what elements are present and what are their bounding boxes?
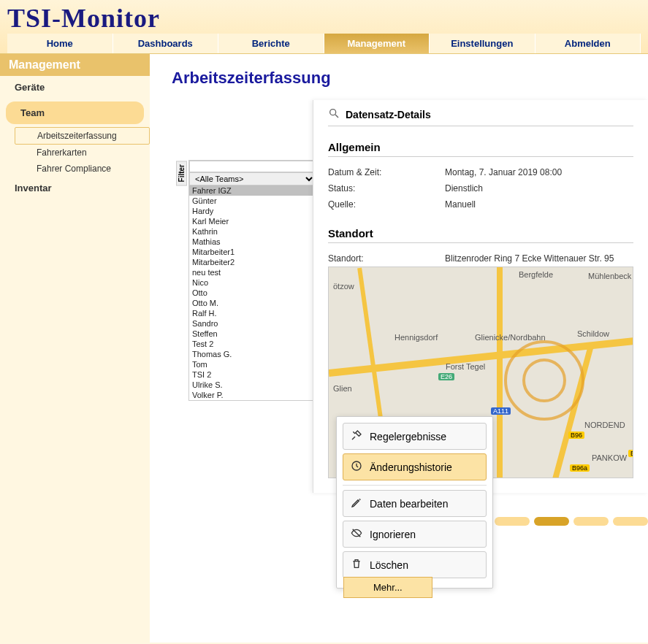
person-item[interactable]: Otto bbox=[189, 288, 316, 298]
map-place: Schildow bbox=[577, 329, 609, 338]
map-place: ötzow bbox=[333, 282, 354, 291]
sidebar-item-inventar[interactable]: Inventar bbox=[0, 177, 150, 199]
action-bearbeiten[interactable]: Daten bearbeiten bbox=[343, 490, 487, 517]
value-datetime: Montag, 7. Januar 2019 08:00 bbox=[445, 167, 562, 177]
person-item[interactable]: Fahrer IGZ bbox=[189, 185, 316, 196]
mehr-button[interactable]: Mehr... bbox=[343, 577, 432, 598]
section-general: Allgemein bbox=[328, 141, 633, 157]
value-status: Dienstlich bbox=[445, 183, 483, 193]
map-badge: B96a bbox=[570, 464, 590, 472]
person-item[interactable]: Günter bbox=[189, 196, 316, 206]
sidebar-item-team[interactable]: Team bbox=[6, 101, 144, 124]
action-label: Regelergebnisse bbox=[370, 431, 446, 442]
sidebar-sub-arbeitszeit[interactable]: Arbeitszeiterfassung bbox=[15, 127, 150, 145]
nav-dashboards[interactable]: Dashboards bbox=[113, 34, 219, 53]
person-item[interactable]: Volker P. bbox=[189, 390, 316, 400]
map-place: Mühlenbeck bbox=[588, 272, 631, 280]
magnifier-icon bbox=[328, 107, 340, 121]
map-place: Hennigsdorf bbox=[394, 333, 438, 342]
person-item[interactable]: Mitarbeiter1 bbox=[189, 247, 316, 257]
map-place: Glien bbox=[333, 384, 352, 393]
pill[interactable] bbox=[613, 517, 648, 526]
map-place: Forst Tegel bbox=[446, 362, 485, 371]
action-label: Änderungshistorie bbox=[370, 461, 452, 473]
sidebar-sub-fahrerkarten[interactable]: Fahrerkarten bbox=[15, 145, 150, 161]
value-source: Manuell bbox=[445, 199, 476, 210]
nav-management[interactable]: Management bbox=[324, 34, 430, 53]
sidebar: Management Geräte Team Arbeitszeiterfass… bbox=[0, 54, 150, 643]
details-header-text: Datensatz-Details bbox=[346, 109, 431, 120]
person-item[interactable]: Steffen bbox=[189, 329, 316, 339]
filter-tab[interactable]: Filter bbox=[176, 161, 187, 185]
person-item[interactable]: Kathrin bbox=[189, 226, 316, 237]
person-item[interactable]: Mitarbeiter2 bbox=[189, 257, 316, 267]
nav-berichte[interactable]: Berichte bbox=[218, 34, 324, 53]
eye-off-icon bbox=[351, 527, 362, 541]
action-historie[interactable]: Änderungshistorie bbox=[343, 453, 487, 480]
timeline-pills bbox=[495, 517, 648, 526]
map-place: Glienicke/Nordbahn bbox=[475, 333, 546, 342]
person-item[interactable]: Nico bbox=[189, 277, 316, 288]
map-badge: B10 bbox=[628, 450, 633, 457]
action-loeschen[interactable]: Löschen bbox=[343, 551, 487, 578]
sidebar-title: Management bbox=[0, 54, 150, 76]
action-regelergebnisse[interactable]: Regelergebnisse bbox=[343, 423, 487, 450]
filter-search-input[interactable] bbox=[189, 161, 316, 172]
map-badge: B96 bbox=[568, 432, 584, 439]
label-location: Standort: bbox=[328, 253, 445, 264]
person-item[interactable]: Karl Meier bbox=[189, 216, 316, 226]
label-datetime: Datum & Zeit: bbox=[328, 167, 445, 177]
action-label: Löschen bbox=[370, 559, 408, 571]
action-label: Ignorieren bbox=[370, 529, 416, 540]
person-list: Fahrer IGZGünterHardyKarl MeierKathrinMa… bbox=[189, 185, 316, 400]
app-logo: TSI-Monitor bbox=[7, 3, 641, 34]
map-badge: A111 bbox=[491, 407, 511, 415]
person-item[interactable]: Thomas G. bbox=[189, 349, 316, 359]
label-source: Quelle: bbox=[328, 199, 445, 210]
sidebar-item-geraete[interactable]: Geräte bbox=[0, 76, 150, 99]
action-ignorieren[interactable]: Ignorieren bbox=[343, 521, 487, 548]
svg-line-1 bbox=[335, 115, 338, 118]
value-location: Blitzenroder Ring 7 Ecke Wittenauer Str.… bbox=[445, 253, 614, 264]
person-item[interactable]: Mathias bbox=[189, 237, 316, 247]
person-item[interactable]: Hardy bbox=[189, 206, 316, 216]
sidebar-sub-compliance[interactable]: Fahrer Compliance bbox=[15, 161, 150, 177]
pill[interactable] bbox=[534, 517, 569, 526]
top-nav: Home Dashboards Berichte Management Eins… bbox=[7, 34, 641, 53]
nav-home[interactable]: Home bbox=[7, 34, 113, 53]
history-icon bbox=[351, 460, 362, 474]
map-place: NORDEND bbox=[584, 421, 625, 429]
person-item[interactable]: Ulrike S. bbox=[189, 380, 316, 390]
person-item[interactable]: Tom bbox=[189, 359, 316, 369]
nav-einstellungen[interactable]: Einstellungen bbox=[430, 34, 535, 53]
divider bbox=[343, 485, 487, 486]
edit-icon bbox=[351, 497, 362, 510]
filter-panel: Filter <Alle Teams> Fahrer IGZGünterHard… bbox=[188, 160, 316, 401]
person-item[interactable]: neu test bbox=[189, 267, 316, 277]
person-item[interactable]: Ralf H. bbox=[189, 308, 316, 318]
team-select[interactable]: <Alle Teams> bbox=[189, 172, 316, 185]
pill[interactable] bbox=[573, 517, 609, 526]
map-place: PANKOW bbox=[592, 453, 627, 462]
pill[interactable] bbox=[495, 517, 530, 526]
map-place: Bergfelde bbox=[519, 270, 553, 279]
person-item[interactable]: TSI 2 bbox=[189, 369, 316, 380]
person-item[interactable]: Test 2 bbox=[189, 339, 316, 349]
action-menu: Regelergebnisse Änderungshistorie Daten … bbox=[336, 416, 493, 589]
person-item[interactable]: Sandro bbox=[189, 318, 316, 329]
trash-icon bbox=[351, 558, 362, 572]
tools-icon bbox=[351, 429, 362, 443]
label-status: Status: bbox=[328, 183, 445, 193]
nav-abmelden[interactable]: Abmelden bbox=[535, 34, 641, 53]
person-item[interactable]: Otto M. bbox=[189, 298, 316, 308]
page-title: Arbeitszeiterfassung bbox=[172, 69, 626, 88]
section-location: Standort bbox=[328, 227, 633, 243]
map-badge: E26 bbox=[438, 373, 454, 380]
svg-point-0 bbox=[330, 110, 336, 115]
action-label: Daten bearbeiten bbox=[370, 498, 448, 510]
